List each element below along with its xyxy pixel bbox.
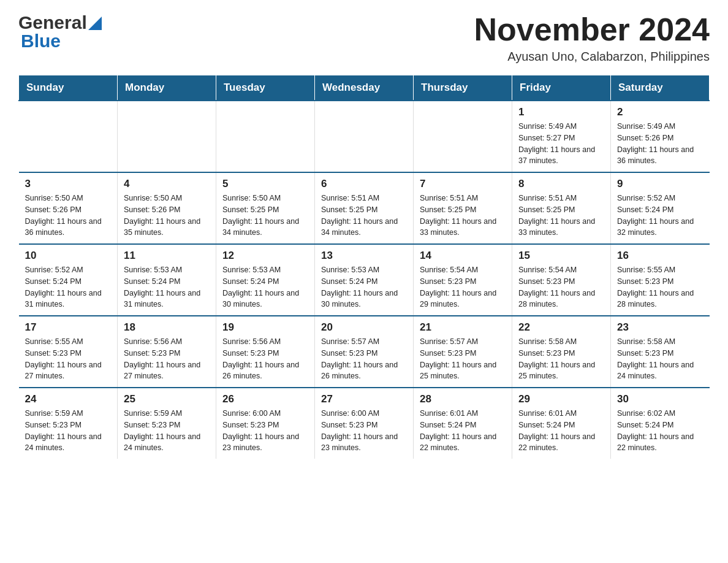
day-info: Sunrise: 6:00 AMSunset: 5:23 PMDaylight:… [222,408,308,454]
day-info: Sunrise: 6:01 AMSunset: 5:24 PMDaylight:… [518,408,604,454]
calendar-cell: 15Sunrise: 5:54 AMSunset: 5:23 PMDayligh… [512,244,611,316]
day-info: Sunrise: 5:59 AMSunset: 5:23 PMDaylight:… [25,408,112,454]
day-info: Sunrise: 6:01 AMSunset: 5:24 PMDaylight:… [420,408,506,454]
calendar-cell: 2Sunrise: 5:49 AMSunset: 5:26 PMDaylight… [611,101,710,172]
calendar-cell: 23Sunrise: 5:58 AMSunset: 5:23 PMDayligh… [611,316,710,388]
logo-general-text: General [18,12,87,33]
day-number: 25 [124,393,210,405]
day-number: 22 [518,321,604,334]
day-info: Sunrise: 5:54 AMSunset: 5:23 PMDaylight:… [518,264,604,310]
calendar-day-header: Friday [512,75,611,101]
svg-marker-0 [88,17,102,30]
title-section: November 2024 Ayusan Uno, Calabarzon, Ph… [474,12,710,64]
calendar-day-header: Wednesday [315,75,414,101]
calendar-day-header: Tuesday [216,75,315,101]
day-number: 7 [420,178,506,190]
calendar-cell: 14Sunrise: 5:54 AMSunset: 5:23 PMDayligh… [414,244,512,316]
day-number: 11 [124,250,210,262]
day-info: Sunrise: 5:58 AMSunset: 5:23 PMDaylight:… [518,336,604,382]
calendar-cell: 29Sunrise: 6:01 AMSunset: 5:24 PMDayligh… [512,388,611,459]
calendar-cell [315,101,414,172]
day-number: 20 [321,321,407,334]
calendar-week-row: 10Sunrise: 5:52 AMSunset: 5:24 PMDayligh… [19,244,710,316]
day-info: Sunrise: 5:49 AMSunset: 5:27 PMDaylight:… [518,121,604,167]
calendar-cell: 26Sunrise: 6:00 AMSunset: 5:23 PMDayligh… [216,388,315,459]
day-info: Sunrise: 5:53 AMSunset: 5:24 PMDaylight:… [321,264,407,310]
day-number: 28 [420,393,506,405]
day-info: Sunrise: 5:57 AMSunset: 5:23 PMDaylight:… [420,336,506,382]
calendar-cell: 17Sunrise: 5:55 AMSunset: 5:23 PMDayligh… [19,316,118,388]
day-info: Sunrise: 5:53 AMSunset: 5:24 PMDaylight:… [222,264,308,310]
page-header: General Blue November 2024 Ayusan Uno, C… [18,12,710,64]
day-number: 19 [222,321,308,334]
main-title: November 2024 [474,12,710,47]
calendar-cell [118,101,216,172]
day-info: Sunrise: 5:57 AMSunset: 5:23 PMDaylight:… [321,336,407,382]
calendar-cell [216,101,315,172]
day-info: Sunrise: 5:56 AMSunset: 5:23 PMDaylight:… [124,336,210,382]
calendar-day-header: Saturday [611,75,710,101]
calendar-cell: 25Sunrise: 5:59 AMSunset: 5:23 PMDayligh… [118,388,216,459]
day-info: Sunrise: 6:02 AMSunset: 5:24 PMDaylight:… [617,408,703,454]
calendar-cell: 7Sunrise: 5:51 AMSunset: 5:25 PMDaylight… [414,172,512,244]
day-info: Sunrise: 5:55 AMSunset: 5:23 PMDaylight:… [617,264,703,310]
day-info: Sunrise: 5:51 AMSunset: 5:25 PMDaylight:… [420,193,506,239]
day-number: 17 [25,321,112,334]
calendar-cell: 24Sunrise: 5:59 AMSunset: 5:23 PMDayligh… [19,388,118,459]
day-number: 24 [25,393,112,405]
calendar-week-row: 17Sunrise: 5:55 AMSunset: 5:23 PMDayligh… [19,316,710,388]
logo-triangle-icon [88,17,102,30]
day-info: Sunrise: 5:53 AMSunset: 5:24 PMDaylight:… [124,264,210,310]
calendar-day-header: Monday [118,75,216,101]
day-number: 23 [617,321,703,334]
calendar-cell: 8Sunrise: 5:51 AMSunset: 5:25 PMDaylight… [512,172,611,244]
calendar-week-row: 1Sunrise: 5:49 AMSunset: 5:27 PMDaylight… [19,101,710,172]
day-number: 8 [518,178,604,190]
calendar-cell: 16Sunrise: 5:55 AMSunset: 5:23 PMDayligh… [611,244,710,316]
calendar-cell: 12Sunrise: 5:53 AMSunset: 5:24 PMDayligh… [216,244,315,316]
logo-blue-text: Blue [21,31,61,52]
day-info: Sunrise: 5:58 AMSunset: 5:23 PMDaylight:… [617,336,703,382]
calendar-week-row: 24Sunrise: 5:59 AMSunset: 5:23 PMDayligh… [19,388,710,459]
calendar-cell: 6Sunrise: 5:51 AMSunset: 5:25 PMDaylight… [315,172,414,244]
day-number: 30 [617,393,703,405]
logo: General Blue [18,12,102,52]
calendar-cell: 1Sunrise: 5:49 AMSunset: 5:27 PMDaylight… [512,101,611,172]
day-number: 14 [420,250,506,262]
day-number: 18 [124,321,210,334]
day-info: Sunrise: 5:52 AMSunset: 5:24 PMDaylight:… [617,193,703,239]
day-number: 10 [25,250,112,262]
day-info: Sunrise: 5:59 AMSunset: 5:23 PMDaylight:… [124,408,210,454]
day-number: 13 [321,250,407,262]
day-info: Sunrise: 5:51 AMSunset: 5:25 PMDaylight:… [518,193,604,239]
day-number: 12 [222,250,308,262]
calendar-day-header: Sunday [19,75,118,101]
calendar-cell: 10Sunrise: 5:52 AMSunset: 5:24 PMDayligh… [19,244,118,316]
day-number: 15 [518,250,604,262]
calendar-cell: 19Sunrise: 5:56 AMSunset: 5:23 PMDayligh… [216,316,315,388]
day-info: Sunrise: 5:50 AMSunset: 5:26 PMDaylight:… [25,193,112,239]
day-number: 2 [617,106,703,118]
calendar-cell: 13Sunrise: 5:53 AMSunset: 5:24 PMDayligh… [315,244,414,316]
day-number: 21 [420,321,506,334]
calendar-cell: 28Sunrise: 6:01 AMSunset: 5:24 PMDayligh… [414,388,512,459]
day-number: 6 [321,178,407,190]
calendar-cell: 30Sunrise: 6:02 AMSunset: 5:24 PMDayligh… [611,388,710,459]
calendar-cell: 20Sunrise: 5:57 AMSunset: 5:23 PMDayligh… [315,316,414,388]
day-info: Sunrise: 5:56 AMSunset: 5:23 PMDaylight:… [222,336,308,382]
day-number: 3 [25,178,112,190]
subtitle: Ayusan Uno, Calabarzon, Philippines [474,50,710,64]
day-number: 4 [124,178,210,190]
day-number: 27 [321,393,407,405]
calendar-cell: 27Sunrise: 6:00 AMSunset: 5:23 PMDayligh… [315,388,414,459]
calendar-week-row: 3Sunrise: 5:50 AMSunset: 5:26 PMDaylight… [19,172,710,244]
day-number: 5 [222,178,308,190]
calendar-cell: 22Sunrise: 5:58 AMSunset: 5:23 PMDayligh… [512,316,611,388]
day-number: 29 [518,393,604,405]
calendar-cell: 4Sunrise: 5:50 AMSunset: 5:26 PMDaylight… [118,172,216,244]
calendar-cell: 21Sunrise: 5:57 AMSunset: 5:23 PMDayligh… [414,316,512,388]
calendar-cell: 3Sunrise: 5:50 AMSunset: 5:26 PMDaylight… [19,172,118,244]
day-info: Sunrise: 5:50 AMSunset: 5:26 PMDaylight:… [124,193,210,239]
day-number: 9 [617,178,703,190]
calendar-cell [19,101,118,172]
